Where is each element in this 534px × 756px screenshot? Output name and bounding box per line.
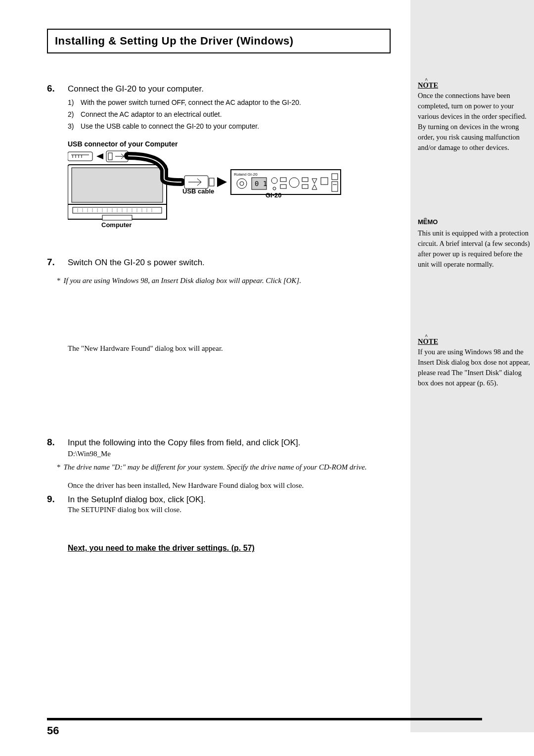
- memo-text: This unit is equipped with a protection …: [418, 228, 532, 270]
- note-label-text: NOTE: [418, 337, 438, 345]
- svg-rect-43: [302, 178, 308, 182]
- step-8: 8. Input the following into the Copy fil…: [47, 437, 391, 448]
- svg-marker-6: [96, 153, 103, 159]
- step-number: 8.: [47, 437, 68, 448]
- diagram-title: USB connector of your Computer: [68, 140, 345, 148]
- svg-point-38: [271, 178, 277, 184]
- memo-label-text: MEMO: [418, 218, 438, 226]
- connection-diagram: USB connector of your Computer: [68, 140, 345, 229]
- svg-rect-44: [302, 185, 308, 189]
- device-brand-label: Roland GI-20: [234, 172, 258, 177]
- substep-num: 3): [68, 121, 81, 133]
- section-title-box: Installing & Setting Up the Driver (Wind…: [47, 29, 391, 53]
- page-number: 56: [47, 724, 59, 737]
- svg-rect-41: [280, 185, 286, 189]
- svg-rect-29: [102, 215, 132, 220]
- step-number: 9.: [47, 494, 68, 505]
- bottom-rule: [47, 718, 482, 720]
- step7-found: The "New Hardware Found" dialog box will…: [68, 344, 391, 353]
- svg-rect-40: [280, 178, 286, 182]
- svg-point-39: [273, 187, 276, 190]
- step8-path: D:\Win98_Me: [68, 450, 391, 458]
- page-content: Installing & Setting Up the Driver (Wind…: [47, 29, 482, 553]
- memo-block: ⌢ MEMO This unit is equipped with a prot…: [418, 217, 532, 270]
- substep-text: Connect the AC adaptor to an electrical …: [81, 109, 222, 121]
- svg-rect-31: [209, 178, 214, 186]
- note-1: ^ NOTE Once the connections have been co…: [418, 80, 532, 153]
- computer-label: Computer: [101, 221, 132, 229]
- note-icon: ^ NOTE: [418, 80, 438, 91]
- svg-marker-32: [217, 177, 227, 187]
- svg-rect-49: [332, 182, 338, 191]
- note-label-text: NOTE: [418, 81, 438, 89]
- substep-text: Use the USB cable to connect the GI-20 t…: [81, 121, 259, 133]
- note-2: ^ NOTE If you are using Windows 98 and t…: [418, 336, 532, 388]
- memo-icon: ⌢ MEMO: [418, 218, 438, 227]
- star: *: [57, 277, 61, 284]
- step-lead: Input the following into the Copy files …: [68, 438, 391, 448]
- gi20-label: GI-20: [266, 191, 282, 199]
- step7-note: *If you are using Windows 98, an Insert …: [57, 277, 391, 285]
- svg-text:0 1: 0 1: [255, 180, 267, 188]
- step-9: 9. In the SetupInf dialog box, click [OK…: [47, 494, 391, 505]
- step6-substeps: 1)With the power switch turned OFF, conn…: [68, 97, 391, 132]
- svg-rect-8: [108, 153, 112, 160]
- substep-num: 1): [68, 97, 81, 109]
- substep-text: With the power switch turned OFF, connec…: [81, 97, 301, 109]
- step9-close: The SETUPINF dialog box will close.: [68, 506, 391, 514]
- svg-point-42: [289, 178, 299, 188]
- note-text: If you are using Windows 98, an Insert D…: [64, 277, 302, 284]
- star: *: [57, 463, 61, 471]
- step-lead: Switch ON the GI-20 s power switch.: [68, 258, 391, 268]
- usb-cable-label: USB cable: [182, 188, 214, 195]
- step8-note: *The drive name "D:" may be different fo…: [57, 463, 391, 472]
- note-icon: ^ NOTE: [418, 336, 438, 347]
- step-7: 7. Switch ON the GI-20 s power switch.: [47, 257, 391, 268]
- svg-rect-0: [68, 152, 92, 161]
- step-number: 6.: [47, 83, 68, 94]
- note-text: The drive name "D:" may be different for…: [64, 463, 367, 471]
- substep-num: 2): [68, 109, 81, 121]
- section-title: Installing & Setting Up the Driver (Wind…: [55, 35, 294, 47]
- step-number: 7.: [47, 257, 68, 268]
- svg-rect-48: [332, 174, 338, 180]
- note-text: If you are using Windows 98 and the Inse…: [418, 347, 532, 388]
- step8-close: Once the driver has been installed, New …: [68, 481, 391, 490]
- step-lead: Connect the GI-20 to your computer.: [68, 84, 391, 94]
- step-6: 6. Connect the GI-20 to your computer. 1…: [47, 83, 391, 132]
- step-lead: In the SetupInf dialog box, click [OK].: [68, 495, 391, 505]
- main-column: 6. Connect the GI-20 to your computer. 1…: [47, 53, 391, 553]
- note-text: Once the connections have been completed…: [418, 91, 532, 153]
- svg-rect-10: [72, 168, 163, 202]
- next-link: Next, you need to make the driver settin…: [68, 544, 391, 553]
- svg-point-35: [240, 182, 244, 186]
- svg-rect-47: [321, 178, 328, 185]
